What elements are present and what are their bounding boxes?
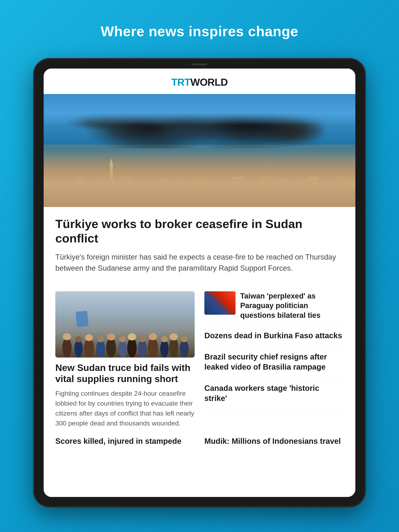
svg-point-54 (106, 338, 116, 358)
svg-rect-12 (121, 177, 131, 207)
svg-point-61 (139, 336, 146, 342)
svg-point-55 (107, 333, 115, 340)
taiwan-story-image (204, 291, 236, 315)
svg-rect-29 (278, 178, 289, 207)
svg-rect-21 (205, 183, 214, 207)
tablet-screen: TRT WORLD (44, 69, 355, 497)
svg-rect-2 (54, 184, 62, 207)
svg-point-49 (75, 336, 82, 342)
sky-overlay (44, 94, 355, 125)
svg-rect-70 (204, 291, 218, 315)
left-story-headline[interactable]: New Sudan truce bid fails with vital sup… (55, 362, 195, 385)
svg-rect-36 (346, 181, 355, 207)
bottom-left-story[interactable]: Scores killed, injured in stampede (55, 436, 195, 446)
story-list-item-2[interactable]: Dozens dead in Burkina Faso attacks (204, 325, 344, 346)
svg-point-45 (331, 197, 341, 204)
main-article-headline[interactable]: Türkiye works to broker ceasefire in Sud… (55, 217, 344, 246)
svg-point-67 (169, 333, 178, 340)
svg-point-40 (126, 197, 137, 204)
svg-rect-6 (84, 184, 90, 207)
svg-point-47 (63, 333, 71, 340)
svg-point-46 (62, 338, 72, 358)
story-list-item-4[interactable]: Canada workers stage 'historic strike' (204, 378, 344, 409)
svg-point-59 (128, 333, 136, 340)
svg-rect-73 (204, 307, 218, 315)
bottom-left-headline[interactable]: Scores killed, injured in stampede (55, 437, 181, 445)
svg-rect-31 (297, 179, 309, 207)
svg-rect-28 (270, 181, 279, 207)
svg-rect-0 (44, 145, 355, 207)
story-list-item-1[interactable]: Taiwan 'perplexed' as Paraguay politicia… (204, 291, 344, 325)
right-story-list: Taiwan 'perplexed' as Paraguay politicia… (204, 291, 344, 428)
news-grid: New Sudan truce bid fails with vital sup… (44, 291, 355, 436)
svg-point-64 (160, 340, 169, 358)
svg-point-50 (84, 338, 94, 358)
city-overlay (44, 145, 355, 207)
svg-point-41 (170, 197, 182, 204)
svg-point-51 (85, 334, 93, 341)
left-story-image (55, 291, 195, 358)
hero-image[interactable] (44, 94, 355, 207)
svg-rect-5 (76, 178, 84, 207)
svg-rect-13 (130, 182, 139, 207)
svg-marker-9 (110, 158, 113, 164)
svg-rect-8 (110, 164, 113, 207)
story-1-headline[interactable]: Taiwan 'perplexed' as Paraguay politicia… (240, 291, 344, 320)
svg-rect-72 (204, 299, 218, 307)
svg-rect-35 (336, 177, 347, 207)
svg-point-76 (224, 294, 231, 301)
svg-rect-26 (250, 179, 261, 207)
svg-rect-20 (195, 178, 206, 207)
svg-rect-22 (213, 179, 224, 207)
svg-marker-77 (224, 294, 231, 300)
svg-point-52 (96, 340, 105, 358)
svg-rect-33 (317, 181, 326, 207)
svg-point-60 (138, 340, 147, 358)
tablet-frame: TRT WORLD (34, 59, 365, 507)
svg-point-62 (148, 338, 158, 358)
svg-rect-25 (243, 182, 251, 207)
trt-brand-text: TRT (171, 76, 190, 88)
svg-rect-1 (44, 180, 55, 207)
story-3-headline[interactable]: Brazil security chief resigns after leak… (204, 352, 327, 371)
svg-rect-11 (108, 181, 122, 207)
bottom-right-story[interactable]: Mudik: Millions of Indonesians travel (204, 436, 344, 446)
story-4-headline[interactable]: Canada workers stage 'historic strike' (204, 384, 319, 403)
svg-point-69 (181, 336, 188, 342)
trt-logo[interactable]: TRT WORLD (171, 76, 228, 88)
svg-point-48 (74, 340, 83, 358)
svg-rect-15 (149, 181, 159, 207)
left-story-body: Fighting continues despite 24-hour cease… (55, 388, 195, 428)
svg-rect-14 (138, 179, 150, 207)
svg-point-39 (82, 198, 91, 205)
svg-rect-34 (325, 179, 337, 207)
svg-rect-3 (61, 176, 71, 207)
left-story[interactable]: New Sudan truce bid fails with vital sup… (55, 291, 195, 428)
svg-point-44 (291, 197, 303, 204)
svg-rect-30 (288, 183, 298, 207)
svg-point-42 (214, 197, 224, 204)
svg-point-68 (180, 340, 189, 358)
svg-rect-19 (186, 180, 196, 207)
svg-rect-4 (70, 182, 77, 207)
svg-rect-23 (223, 181, 233, 207)
svg-rect-32 (308, 177, 318, 207)
app-tagline: Where news inspires change (101, 23, 298, 39)
svg-rect-71 (204, 291, 218, 299)
story-2-headline[interactable]: Dozens dead in Burkina Faso attacks (204, 331, 342, 340)
svg-rect-17 (169, 183, 177, 207)
svg-point-57 (119, 336, 126, 342)
screen-content[interactable]: TRT WORLD (44, 69, 355, 497)
story-list-item-3[interactable]: Brazil security chief resigns after leak… (204, 346, 344, 378)
bottom-right-headline[interactable]: Mudik: Millions of Indonesians travel (204, 437, 341, 445)
svg-point-63 (149, 333, 157, 340)
svg-point-56 (118, 340, 127, 358)
blue-scarf (76, 310, 89, 327)
svg-rect-16 (158, 178, 170, 207)
svg-rect-37 (44, 201, 355, 207)
svg-point-58 (127, 338, 137, 358)
svg-point-65 (161, 336, 168, 342)
svg-rect-74 (219, 291, 236, 315)
app-header: TRT WORLD (44, 69, 355, 94)
main-article-section: Türkiye works to broker ceasefire in Sud… (44, 207, 355, 291)
